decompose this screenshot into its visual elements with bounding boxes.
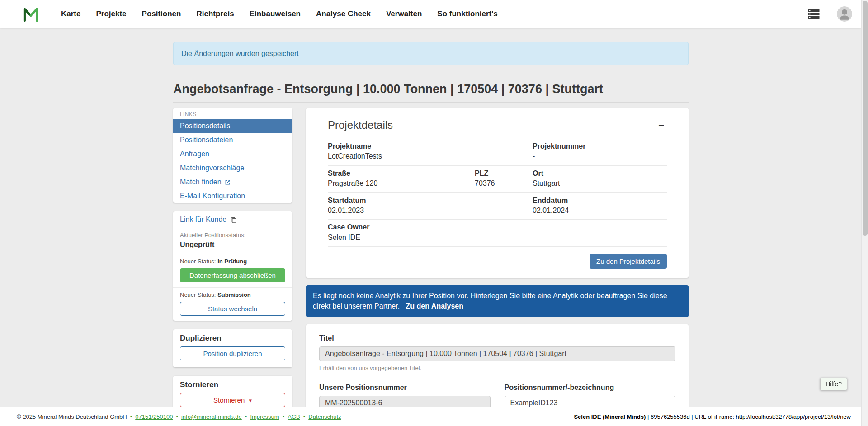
sidebar-item-matchingvorschlaege[interactable]: Matchingvorschläge [173, 161, 292, 175]
collapse-button[interactable]: − [658, 119, 667, 131]
separator-dot: • [283, 413, 285, 420]
project-field-row: Straße Pragstraße 120 PLZ 70376 Ort Stut… [328, 166, 667, 193]
footer-link-agb[interactable]: AGB [288, 413, 300, 420]
duplicate-card: Duplizieren Position duplizieren [173, 329, 292, 367]
links-header: LINKS [173, 108, 292, 119]
nav-item-projekte[interactable]: Projekte [96, 9, 126, 19]
main-nav: Karte Projekte Positionen Richtpreis Ein… [61, 9, 498, 19]
sidebar-item-match-finden[interactable]: Match finden [173, 175, 292, 189]
project-field-row: Projektname LotCreationTests Projektnumm… [328, 139, 667, 166]
brand-logo-icon [22, 6, 39, 22]
links-card: LINKS Positionsdetails Positionsdateien … [173, 108, 292, 203]
cancel-card-title: Stornieren [180, 380, 285, 389]
field-label: Projektname [328, 142, 475, 150]
complete-data-entry-button[interactable]: Datenerfassung abschließen [180, 268, 285, 282]
brand-logo[interactable] [22, 6, 39, 22]
field-label: Projektnummer [533, 142, 667, 150]
sidebar-item-positionsdateien[interactable]: Positionsdateien [173, 133, 292, 147]
success-alert-text: Die Änderungen wurden gespeichert [181, 50, 299, 58]
nav-item-einbauweisen[interactable]: Einbauweisen [250, 9, 301, 19]
next-status-text-1: Neuer Status: In Prüfung [180, 258, 285, 265]
sidebar-item-label: E-Mail Konfiguration [180, 192, 245, 200]
next-status-value: Submission [217, 291, 251, 298]
sidebar-item-label: Positionsdetails [180, 122, 230, 130]
nav-item-so-funktionierts[interactable]: So funktioniert's [437, 9, 497, 19]
next-status-label: Neuer Status: [180, 291, 216, 298]
footer-user-bold: Selen IDE (Mineral Minds) [574, 413, 646, 420]
separator-dot: • [303, 413, 306, 420]
footer-user-rest: | 69576255536d | URL of iFrame: http://l… [646, 413, 851, 420]
project-details-title: Projektdetails [328, 119, 393, 131]
cancel-button-label: Stornieren [213, 396, 245, 404]
analytics-banner-link[interactable]: Zu den Analysen [406, 302, 463, 310]
duplicate-card-title: Duplizieren [180, 334, 285, 343]
titel-label: Titel [319, 334, 675, 342]
page-title: Angebotsanfrage - Entsorgung | 10.000 To… [173, 82, 689, 103]
nav-item-karte[interactable]: Karte [61, 9, 80, 19]
sidebar-item-label: Matchingvorschläge [180, 164, 244, 172]
scrollbar-thumb[interactable] [863, 1, 868, 236]
status-card: Link für Kunde Aktueller Positionsstatus… [173, 211, 292, 321]
footer: © 2025 Mineral Minds Deutschland GmbH • … [0, 407, 861, 426]
project-field-row: Case Owner Selen IDE [328, 220, 667, 247]
field-value: - [533, 152, 667, 160]
duplicate-position-button[interactable]: Position duplizieren [180, 346, 285, 360]
field-value: Pragstraße 120 [328, 179, 475, 187]
main-content: Die Änderungen wurden gespeichert Angebo… [173, 42, 689, 426]
footer-link-datenschutz[interactable]: Datenschutz [308, 413, 341, 420]
storage-icon-glyph [807, 7, 821, 21]
field-value: LotCreationTests [328, 152, 475, 160]
sidebar: LINKS Positionsdetails Positionsdateien … [173, 108, 292, 414]
project-details-footer: Zu den Projektdetails [328, 254, 667, 269]
sidebar-item-anfragen[interactable]: Anfragen [173, 147, 292, 161]
project-details-card: Projektdetails − Projektname LotCreation… [306, 108, 689, 278]
project-details-header: Projektdetails − [328, 119, 667, 131]
nav-item-richtpreis[interactable]: Richtpreis [196, 9, 234, 19]
field-value: 02.01.2024 [533, 206, 667, 215]
copy-icon [230, 216, 237, 223]
help-button[interactable]: Hilfe? [820, 378, 847, 390]
field-value: Selen IDE [328, 234, 475, 242]
copyright-text: © 2025 Mineral Minds Deutschland GmbH [17, 413, 127, 420]
external-link-icon [225, 179, 231, 185]
nav-item-verwalten[interactable]: Verwalten [386, 9, 422, 19]
field-label: Enddatum [533, 197, 667, 205]
next-status-section-2: Neuer Status: Submission Status wechseln [173, 287, 292, 321]
sidebar-item-label: Positionsdateien [180, 136, 233, 144]
top-navbar: Karte Projekte Positionen Richtpreis Ein… [0, 0, 861, 28]
customer-link[interactable]: Link für Kunde [173, 211, 292, 228]
analytics-banner: Es liegt noch keine Analytik zu Ihrer Po… [306, 285, 689, 317]
field-value: Stuttgart [533, 179, 667, 187]
cancel-dropdown-button[interactable]: Stornieren ▾ [180, 393, 285, 407]
sidebar-item-label: Anfragen [180, 150, 209, 158]
separator-dot: • [245, 413, 247, 420]
content-columns: LINKS Positionsdetails Positionsdateien … [173, 108, 689, 426]
user-avatar[interactable] [837, 6, 852, 22]
nav-item-positionen[interactable]: Positionen [142, 9, 181, 19]
separator-dot: • [176, 413, 178, 420]
current-status-section: Aktueller Positionsstatus: Ungeprüft [173, 228, 292, 254]
storage-icon[interactable] [807, 7, 821, 21]
next-status-label: Neuer Status: [180, 258, 216, 265]
analytics-banner-text: Es liegt noch keine Analytik zu Ihrer Po… [313, 292, 667, 309]
customer-link-label: Link für Kunde [180, 215, 226, 224]
project-details-link-button[interactable]: Zu den Projektdetails [590, 254, 667, 269]
field-label: Startdatum [328, 197, 475, 205]
sidebar-item-email-konfiguration[interactable]: E-Mail Konfiguration [173, 189, 292, 203]
field-value: 70376 [475, 179, 533, 187]
nav-item-analyse-check[interactable]: Analyse Check [316, 9, 371, 19]
person-icon [837, 6, 852, 22]
footer-link-phone[interactable]: 07151/250100 [135, 413, 173, 420]
scrollbar[interactable] [861, 0, 868, 426]
project-fields: Projektname LotCreationTests Projektnumm… [328, 139, 667, 247]
current-status-value: Ungeprüft [180, 241, 285, 249]
footer-link-email[interactable]: info@mineral-minds.de [181, 413, 242, 420]
app-root: Karte Projekte Positionen Richtpreis Ein… [0, 0, 868, 426]
separator-dot: • [130, 413, 132, 420]
footer-link-impressum[interactable]: Impressum [250, 413, 279, 420]
next-status-text-2: Neuer Status: Submission [180, 291, 285, 298]
project-field-row: Startdatum 02.01.2023 Enddatum 02.01.202… [328, 193, 667, 220]
sidebar-item-positionsdetails[interactable]: Positionsdetails [173, 119, 292, 133]
sidebar-item-label: Match finden [180, 178, 222, 186]
switch-status-button[interactable]: Status wechseln [180, 302, 285, 316]
